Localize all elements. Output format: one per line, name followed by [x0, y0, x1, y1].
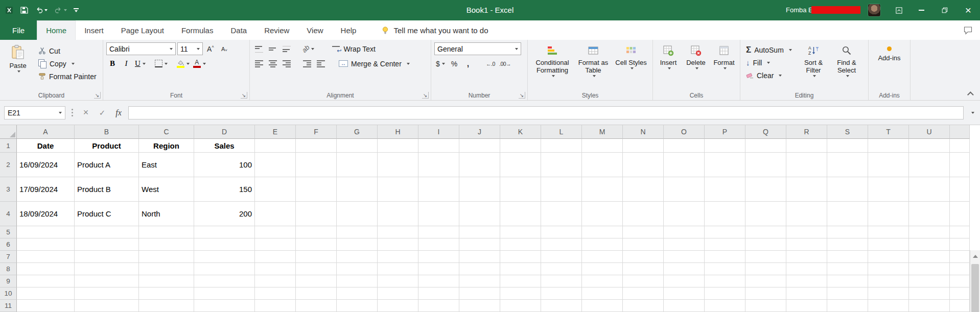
- underline-dropdown-arrow[interactable]: [143, 63, 146, 65]
- tab-insert[interactable]: Insert: [76, 20, 112, 40]
- cell-Q9[interactable]: [745, 275, 786, 287]
- clipboard-dialog-launcher[interactable]: ↘: [94, 92, 101, 99]
- cell-D5[interactable]: [194, 226, 255, 238]
- cell-D7[interactable]: [194, 251, 255, 263]
- account-name[interactable]: Fomba E: [786, 6, 862, 15]
- cell-L1[interactable]: [541, 139, 582, 153]
- cell-M2[interactable]: [582, 153, 623, 177]
- font-color-button[interactable]: A: [192, 57, 207, 70]
- cell-D1[interactable]: Sales: [194, 139, 255, 153]
- cell-U6[interactable]: [909, 238, 950, 251]
- borders-button[interactable]: [154, 57, 169, 70]
- cell-O3[interactable]: [664, 177, 705, 202]
- cell-S1[interactable]: [827, 139, 868, 153]
- cell-B10[interactable]: [75, 287, 139, 300]
- cell-A2[interactable]: 16/09/2024: [17, 153, 75, 177]
- cell-J3[interactable]: [459, 177, 500, 202]
- decrease-indent-button[interactable]: [301, 57, 313, 70]
- cell-partial-4[interactable]: [950, 202, 970, 226]
- cell-G3[interactable]: [337, 177, 378, 202]
- cell-L5[interactable]: [541, 226, 582, 238]
- cell-T10[interactable]: [868, 287, 909, 300]
- cell-E9[interactable]: [255, 275, 296, 287]
- cell-G1[interactable]: [337, 139, 378, 153]
- format-cells-button[interactable]: Format: [710, 41, 738, 90]
- cell-P10[interactable]: [705, 287, 745, 300]
- increase-decimal-button[interactable]: ←.0: [484, 57, 497, 70]
- cell-N1[interactable]: [623, 139, 664, 153]
- cell-G6[interactable]: [337, 238, 378, 251]
- cell-F9[interactable]: [296, 275, 337, 287]
- format-as-table-dropdown-arrow[interactable]: [593, 75, 596, 77]
- cell-E5[interactable]: [255, 226, 296, 238]
- cell-L4[interactable]: [541, 202, 582, 226]
- cell-P8[interactable]: [705, 263, 745, 275]
- number-format-dropdown-arrow[interactable]: [515, 48, 518, 50]
- formula-input[interactable]: [128, 106, 964, 119]
- cell-C4[interactable]: North: [139, 202, 194, 226]
- cell-I3[interactable]: [418, 177, 459, 202]
- italic-button[interactable]: I: [120, 57, 132, 70]
- bold-button[interactable]: B: [106, 57, 119, 70]
- insert-function-button[interactable]: fx: [112, 106, 125, 119]
- cell-L10[interactable]: [541, 287, 582, 300]
- top-align-button[interactable]: [253, 42, 265, 55]
- cell-A7[interactable]: [17, 251, 75, 263]
- cell-F10[interactable]: [296, 287, 337, 300]
- cell-R4[interactable]: [786, 202, 827, 226]
- paste-button[interactable]: Paste: [4, 41, 32, 90]
- cell-P5[interactable]: [705, 226, 745, 238]
- cell-O8[interactable]: [664, 263, 705, 275]
- column-header-L[interactable]: L: [541, 125, 582, 139]
- cell-H7[interactable]: [378, 251, 418, 263]
- cell-A11[interactable]: [17, 300, 75, 312]
- row-header-3[interactable]: 3: [0, 177, 17, 202]
- cell-S10[interactable]: [827, 287, 868, 300]
- fill-color-dropdown-arrow[interactable]: [186, 63, 190, 65]
- cell-M4[interactable]: [582, 202, 623, 226]
- cell-R7[interactable]: [786, 251, 827, 263]
- cell-K5[interactable]: [500, 226, 541, 238]
- cell-I4[interactable]: [418, 202, 459, 226]
- cell-L6[interactable]: [541, 238, 582, 251]
- cell-U1[interactable]: [909, 139, 950, 153]
- cell-G2[interactable]: [337, 153, 378, 177]
- cell-T3[interactable]: [868, 177, 909, 202]
- cell-K11[interactable]: [500, 300, 541, 312]
- wrap-text-button[interactable]: Wrap Text: [330, 42, 378, 55]
- save-button[interactable]: [19, 4, 29, 17]
- cell-T7[interactable]: [868, 251, 909, 263]
- cell-R11[interactable]: [786, 300, 827, 312]
- cell-P2[interactable]: [705, 153, 745, 177]
- underline-button[interactable]: U: [134, 57, 147, 70]
- cell-J2[interactable]: [459, 153, 500, 177]
- cell-E1[interactable]: [255, 139, 296, 153]
- cell-C3[interactable]: West: [139, 177, 194, 202]
- ribbon-display-options-button[interactable]: [888, 0, 909, 20]
- customize-quick-access-button[interactable]: [73, 4, 80, 17]
- cell-P4[interactable]: [705, 202, 745, 226]
- cell-C7[interactable]: [139, 251, 194, 263]
- tab-data[interactable]: Data: [222, 20, 255, 40]
- cell-S4[interactable]: [827, 202, 868, 226]
- cell-H5[interactable]: [378, 226, 418, 238]
- column-header-R[interactable]: R: [786, 125, 827, 139]
- row-header-8[interactable]: 8: [0, 263, 17, 275]
- cell-D11[interactable]: [194, 300, 255, 312]
- cell-Q5[interactable]: [745, 226, 786, 238]
- close-button[interactable]: ×: [956, 0, 980, 20]
- column-header-G[interactable]: G: [337, 125, 378, 139]
- cell-B7[interactable]: [75, 251, 139, 263]
- cell-I5[interactable]: [418, 226, 459, 238]
- cell-B5[interactable]: [75, 226, 139, 238]
- cell-J10[interactable]: [459, 287, 500, 300]
- orientation-dropdown-arrow[interactable]: [311, 48, 314, 50]
- cell-partial-1[interactable]: [950, 139, 970, 153]
- merge-center-dropdown-arrow[interactable]: [407, 63, 410, 65]
- cell-N5[interactable]: [623, 226, 664, 238]
- cell-A6[interactable]: [17, 238, 75, 251]
- cell-T11[interactable]: [868, 300, 909, 312]
- merge-center-button[interactable]: ↔ Merge & Center: [336, 57, 412, 70]
- cell-F2[interactable]: [296, 153, 337, 177]
- align-left-button[interactable]: [253, 57, 265, 70]
